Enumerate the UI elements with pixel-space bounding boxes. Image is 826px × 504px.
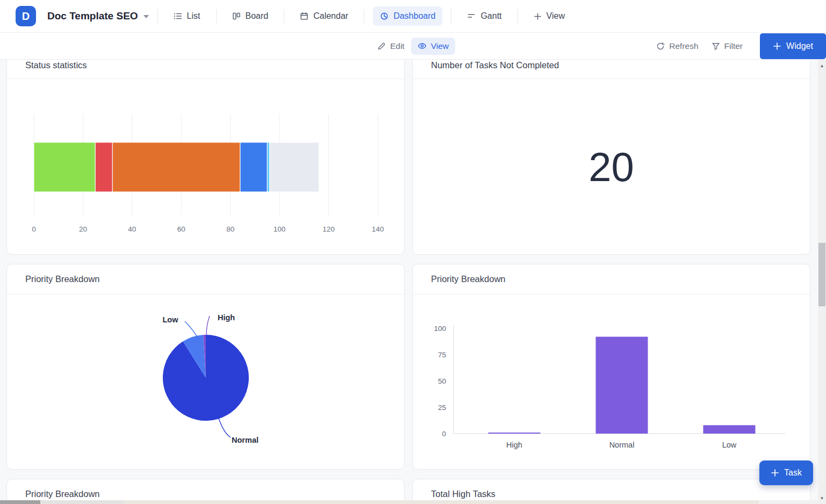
- svg-text:100: 100: [274, 225, 286, 233]
- tab-list[interactable]: List: [167, 6, 207, 26]
- svg-text:75: 75: [438, 351, 446, 359]
- list-icon: [174, 12, 182, 20]
- scroll-up-arrow[interactable]: ▲: [818, 62, 826, 69]
- svg-text:Normal: Normal: [609, 441, 635, 449]
- top-navigation: D Doc Template SEO List Board Calendar: [0, 0, 826, 33]
- pencil-icon: [377, 42, 386, 51]
- dashboard-toolbar: Edit View Refresh Filter: [0, 33, 826, 60]
- divider: [157, 9, 158, 23]
- svg-text:140: 140: [372, 225, 384, 233]
- widget-status-statistics: Status statistics 020406080100120140: [6, 60, 405, 255]
- widget-title: Priority Breakdown: [7, 264, 404, 294]
- refresh-label: Refresh: [669, 41, 698, 51]
- view-label: View: [431, 41, 449, 51]
- svg-text:80: 80: [226, 225, 234, 233]
- plus-icon: [773, 42, 781, 51]
- refresh-button[interactable]: Refresh: [650, 38, 705, 55]
- add-view-button[interactable]: View: [527, 6, 572, 26]
- tab-label: Calendar: [313, 11, 348, 21]
- svg-text:High: High: [218, 313, 235, 322]
- gantt-icon: [467, 12, 476, 20]
- filter-icon: [712, 42, 720, 51]
- tasks-not-completed-value: 20: [413, 79, 810, 254]
- filter-button[interactable]: Filter: [705, 38, 749, 55]
- priority-pie-chart: NormalLowHigh: [7, 294, 404, 469]
- divider: [518, 9, 518, 23]
- widget-label: Widget: [786, 41, 813, 51]
- workspace-title-menu[interactable]: Doc Template SEO: [47, 10, 149, 22]
- scrollbar-thumb[interactable]: [818, 243, 825, 306]
- plus-icon: [534, 12, 542, 20]
- tab-calendar[interactable]: Calendar: [293, 6, 355, 26]
- svg-text:40: 40: [128, 225, 136, 233]
- hscroll-thumb[interactable]: [0, 500, 40, 504]
- eye-icon: [418, 41, 427, 51]
- filter-label: Filter: [724, 41, 743, 51]
- board-icon: [232, 12, 241, 20]
- svg-text:100: 100: [434, 325, 446, 333]
- widget-priority-breakdown-pie: Priority Breakdown NormalLowHigh: [6, 264, 405, 470]
- task-label: Task: [784, 468, 802, 478]
- vertical-scrollbar[interactable]: ▲ ▼: [818, 60, 826, 504]
- svg-text:120: 120: [322, 225, 335, 233]
- status-stacked-bar-chart: 020406080100120140: [7, 79, 404, 254]
- svg-text:50: 50: [438, 377, 446, 385]
- divider: [216, 9, 217, 23]
- svg-text:20: 20: [79, 225, 87, 233]
- tab-board[interactable]: Board: [225, 6, 276, 26]
- widget-tasks-not-completed: Number of Tasks Not Completed 20: [412, 60, 810, 255]
- tab-dashboard[interactable]: Dashboard: [373, 6, 442, 26]
- calendar-icon: [300, 12, 308, 20]
- svg-text:Normal: Normal: [232, 436, 258, 444]
- priority-bar-chart: 0255075100HighNormalLow: [413, 294, 810, 469]
- add-task-button[interactable]: Task: [759, 460, 813, 485]
- edit-button[interactable]: Edit: [371, 38, 411, 55]
- plus-icon: [771, 469, 779, 477]
- divider: [451, 9, 451, 23]
- edit-label: Edit: [390, 41, 405, 51]
- tab-label: Board: [246, 11, 269, 21]
- widget-title: Number of Tasks Not Completed: [413, 60, 810, 79]
- scroll-down-arrow[interactable]: ▼: [818, 494, 826, 502]
- svg-text:High: High: [506, 441, 522, 449]
- svg-text:Low: Low: [163, 315, 179, 324]
- tab-gantt[interactable]: Gantt: [460, 6, 508, 26]
- tab-label: List: [187, 11, 200, 21]
- add-widget-button[interactable]: Widget: [760, 33, 826, 59]
- hscroll-track: [124, 500, 759, 504]
- chevron-down-icon: [143, 15, 149, 18]
- svg-text:0: 0: [32, 225, 36, 233]
- page-title: Doc Template SEO: [47, 10, 138, 22]
- widget-priority-breakdown-bar: Priority Breakdown 0255075100HighNormalL…: [412, 264, 810, 470]
- svg-text:0: 0: [442, 430, 446, 438]
- widget-title: Status statistics: [7, 60, 404, 79]
- tab-label: Gantt: [480, 11, 501, 21]
- hscroll-track: [759, 500, 818, 504]
- dashboard-icon: [380, 12, 389, 20]
- toolbar-right-group: Refresh Filter Widget: [650, 33, 826, 59]
- hscroll-track: [40, 500, 124, 504]
- svg-text:Low: Low: [722, 441, 737, 449]
- add-view-label: View: [547, 11, 565, 21]
- divider: [284, 9, 284, 23]
- view-mode-button[interactable]: View: [411, 38, 455, 55]
- dashboard-grid: Status statistics 020406080100120140 Num…: [0, 60, 826, 504]
- tab-label: Dashboard: [393, 11, 435, 21]
- svg-text:60: 60: [177, 225, 185, 233]
- widget-title: Priority Breakdown: [413, 264, 810, 294]
- workspace-avatar[interactable]: D: [16, 6, 36, 26]
- app-root: D Doc Template SEO List Board Calendar: [0, 0, 826, 504]
- horizontal-scrollbar[interactable]: [0, 500, 818, 504]
- divider: [364, 9, 364, 23]
- refresh-icon: [656, 42, 665, 51]
- svg-text:25: 25: [438, 404, 446, 412]
